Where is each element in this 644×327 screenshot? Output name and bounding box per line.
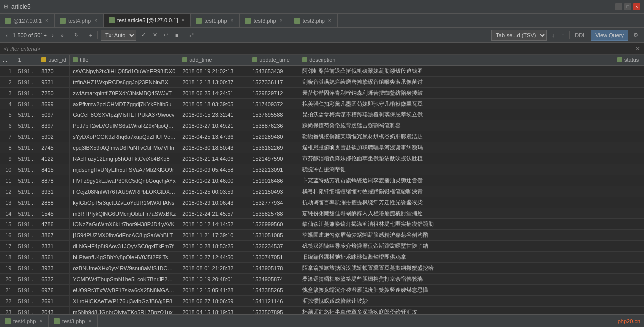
table-container[interactable]: ... 1 user_id title add_time update_time… — [0, 55, 644, 314]
export-button[interactable]: ⇄ — [187, 31, 196, 39]
row-selector[interactable]: 11 — [0, 175, 15, 186]
row-selector[interactable]: 15 — [0, 219, 15, 230]
commit-button[interactable]: ✓ — [139, 31, 148, 39]
table-row[interactable]: 16 5191... 3867 j1594PUZMX0fbv6dEncAC8Ig… — [0, 230, 644, 241]
upload-button[interactable]: ↑ — [560, 31, 567, 39]
row-selector[interactable]: 13 — [0, 197, 15, 208]
row-selector[interactable]: 3 — [0, 88, 15, 99]
row-selector[interactable]: 4 — [0, 99, 15, 109]
table-row[interactable]: 10 5191... 8415 mjdsengHvUNyEfh5uFSVaA7M… — [0, 164, 644, 175]
row-selector[interactable]: 9 — [0, 153, 15, 164]
last-page-button[interactable]: » — [59, 31, 66, 39]
table-row[interactable]: 2 5191... 9531 tzfinAHZ1WxpRCDs6gqJoj23E… — [0, 77, 644, 88]
table-row[interactable]: 5 5191... 5097 GuCeF8OSXVtpZjMlsHETPUkA3… — [0, 109, 644, 120]
next-page-button[interactable]: › — [50, 31, 56, 39]
rollback-button[interactable]: ✕ — [151, 31, 159, 39]
table-row[interactable]: 7 5191... 5902 sYyDXoPCGK9zRhq6a7xupQdZH… — [0, 131, 644, 142]
row-selector[interactable]: 2 — [0, 77, 15, 88]
tab-tab-127[interactable]: @127.0.0.1× — [0, 14, 55, 27]
tab-close-btn[interactable]: × — [279, 18, 284, 23]
revert-button[interactable]: ↩ — [162, 31, 170, 39]
bottom-tab-bottom-test3[interactable]: test3.php× — [49, 315, 98, 327]
table-row[interactable]: 9 5191... 4122 RAclFuzy12LmgIp5hOdTktCvi… — [0, 153, 644, 164]
tab-close-btn[interactable]: × — [180, 17, 185, 23]
table-row[interactable]: 14 5191... 1545 m3RTPfykQlNG6UMcnjObtuHr… — [0, 208, 644, 219]
row-selector[interactable]: 12 — [0, 186, 15, 197]
table-row[interactable]: 22 5191... 2691 XLroHiCKAeTWP176uj3wIbGz… — [0, 296, 644, 307]
cell-title: zwIAmarxplntfiZ0EXdY3NsMBQ4SWJvT — [70, 88, 179, 99]
settings-button[interactable]: ⚙ — [631, 31, 640, 39]
ddl-button[interactable]: DDL — [573, 31, 588, 39]
stop-button[interactable]: ■ — [173, 31, 181, 39]
table-row[interactable]: 15 5191... 4786 IONzZaGuWmX6kLt7hor9H38P… — [0, 219, 644, 230]
maximize-button[interactable]: □ — [624, 3, 631, 10]
col-user-id[interactable]: user_id — [38, 55, 70, 65]
prev-page-button[interactable]: ‹ — [4, 31, 10, 39]
table-row[interactable]: 1 5191... 8370 csVCNpyh2tx3iHLQ85d1OuWnE… — [0, 65, 644, 77]
row-selector[interactable]: 16 — [0, 230, 15, 241]
row-selector[interactable]: 7 — [0, 131, 15, 142]
row-selector[interactable]: 6 — [0, 120, 15, 131]
tab-close-btn[interactable]: × — [93, 18, 98, 23]
minimize-button[interactable]: _ — [615, 3, 622, 10]
table-row[interactable]: 18 5191... 8561 bLPtwnfU4gSBhYy8pOieHV0J… — [0, 252, 644, 263]
tab-close-btn[interactable]: × — [230, 18, 235, 23]
tab-tab-test3[interactable]: test3.php× — [240, 14, 289, 27]
col-dots[interactable]: ... — [0, 55, 15, 65]
cell-title: RAclFuzy12LmgIp5hOdTktCviXb4BKq8 — [70, 153, 179, 164]
tab-tab-test4[interactable]: test4.php× — [55, 14, 104, 27]
table-row[interactable]: 23 5191... 2043 mSNh9d8jJGnbrOlytwTKo5RL… — [0, 307, 644, 315]
export-format-select[interactable]: Tab-se...d (TSV) — [491, 30, 547, 41]
tab-tab-test2[interactable]: test2.php× — [289, 14, 338, 27]
table-row[interactable]: 4 5191... 8699 axPfivmw2pzlCHMDTZgqdj7KY… — [0, 99, 644, 109]
col-rownum[interactable]: 1 — [15, 55, 38, 65]
cell-user-id: 3933 — [38, 263, 70, 274]
table-row[interactable]: 19 5191... 3933 ozBNUmeXHx0yv4RW9snu8aMf… — [0, 263, 644, 274]
bottom-tab-bottom-test4[interactable]: test4.php× — [0, 315, 49, 327]
row-selector[interactable]: 17 — [0, 241, 15, 252]
tab-close-btn[interactable]: × — [327, 18, 332, 23]
refresh-button[interactable]: ↻ — [72, 31, 81, 39]
table-row[interactable]: 8 5191... 2745 cpq3lBX59rAQImwD6PuNTvCti… — [0, 142, 644, 153]
row-selector[interactable]: 19 — [0, 263, 15, 274]
row-selector[interactable]: 10 — [0, 164, 15, 175]
cell-user-id: 8878 — [38, 175, 70, 186]
cell-update-time: 1519016486 — [249, 175, 299, 186]
table-row[interactable]: 20 5191... 6532 YCMDW4TbupSmN1he5LcoK7Bn… — [0, 274, 644, 285]
row-selector[interactable]: 18 — [0, 252, 15, 263]
tx-mode-select[interactable]: Tx: Auto — [101, 30, 136, 41]
row-selector[interactable]: 5 — [0, 109, 15, 120]
col-title[interactable]: title — [70, 55, 179, 65]
table-row[interactable]: 13 5191... 2888 kyIGbOpT5r3qctDZvEoYdJR1… — [0, 197, 644, 208]
tab-tab-test1[interactable]: test1.php× — [191, 14, 240, 27]
table-row[interactable]: 11 5191... 8878 HVFz9gy1kEJwaP30KC5dQnbG… — [0, 175, 644, 186]
cell-title: dLNGHF4p8t9Aov31JQyVSC0gxiTkEm7f — [70, 241, 179, 252]
col-status[interactable]: status — [614, 55, 644, 65]
view-query-button[interactable]: View Query — [591, 30, 628, 41]
download-button[interactable]: ↓ — [550, 31, 557, 39]
tab-tab-test-article5[interactable]: test.article5 [@127.0.0.1]× — [104, 14, 191, 27]
tab-close-btn[interactable]: × — [44, 18, 49, 23]
table-row[interactable]: 6 5191... 8397 PeJ7bT2wLVOuIMS6s1WraRZ9x… — [0, 120, 644, 131]
table-row[interactable]: 3 5191... 7250 zwIAmarxplntfiZ0EXdY3NsMB… — [0, 88, 644, 99]
filter-close-button[interactable]: ✕ — [635, 45, 640, 52]
table-row[interactable]: 12 5191... 3931 FCejZ08NnIWl76TAU9iWRPbL… — [0, 186, 644, 197]
close-button[interactable]: × — [633, 3, 640, 10]
row-selector[interactable]: 23 — [0, 307, 15, 315]
row-selector[interactable]: 22 — [0, 296, 15, 307]
row-selector[interactable]: 20 — [0, 274, 15, 285]
row-selector[interactable]: 1 — [0, 65, 15, 77]
col-description[interactable]: description — [299, 55, 614, 65]
bottom-tab-icon — [5, 318, 11, 324]
bottom-tab-close[interactable]: × — [87, 318, 92, 324]
bottom-tab-close[interactable]: × — [38, 318, 43, 324]
row-selector[interactable]: 14 — [0, 208, 15, 219]
row-selector[interactable]: 21 — [0, 285, 15, 296]
add-row-button[interactable]: + — [87, 31, 94, 39]
col-update-time[interactable]: update_time — [249, 55, 299, 65]
col-add-time[interactable]: add_time — [179, 55, 249, 65]
table-row[interactable]: 17 5191... 2331 dLNGHF4p8t9Aov31JQyVSC0g… — [0, 241, 644, 252]
row-selector[interactable]: 8 — [0, 142, 15, 153]
cell-add-time: 2018-09-15 23:32:41 — [179, 109, 249, 120]
table-row[interactable]: 21 5191... 6976 eUO9Rr3TxfWyBF17skw6cX25… — [0, 285, 644, 296]
